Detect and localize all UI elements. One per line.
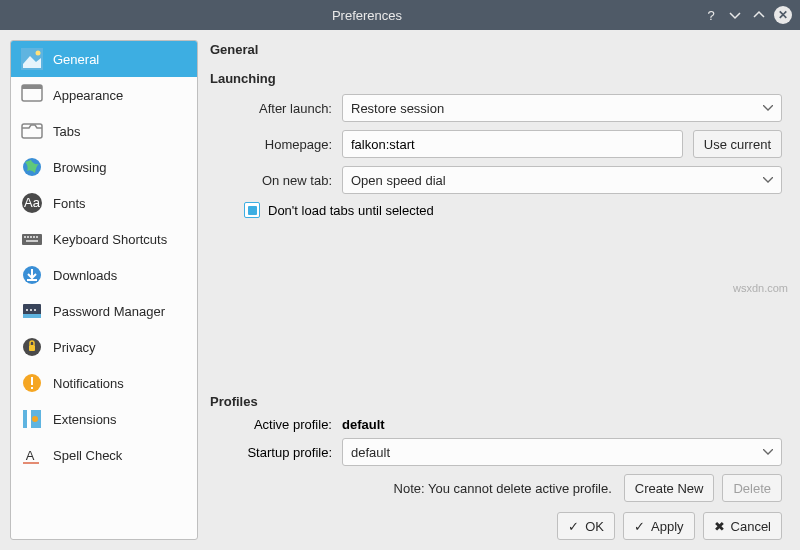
svg-rect-14 (36, 236, 38, 238)
svg-point-30 (32, 416, 38, 422)
sidebar-item-downloads[interactable]: Downloads (11, 257, 197, 293)
ok-button[interactable]: ✓ OK (557, 512, 615, 540)
sidebar-item-label: Privacy (53, 340, 96, 355)
svg-rect-11 (27, 236, 29, 238)
downloads-icon (21, 264, 43, 286)
svg-rect-4 (22, 85, 42, 89)
homepage-label: Homepage: (222, 137, 332, 152)
titlebar: Preferences ? ✕ (0, 0, 800, 30)
sidebar-item-label: Downloads (53, 268, 117, 283)
sidebar-item-label: Fonts (53, 196, 86, 211)
svg-text:A: A (26, 448, 35, 463)
sidebar-item-general[interactable]: General (11, 41, 197, 77)
appearance-icon (21, 84, 43, 106)
create-new-button[interactable]: Create New (624, 474, 715, 502)
sidebar-item-label: Spell Check (53, 448, 122, 463)
cancel-icon: ✖ (714, 519, 725, 534)
svg-point-20 (26, 309, 28, 311)
active-profile-value: default (342, 417, 385, 432)
svg-rect-27 (31, 387, 33, 389)
close-icon[interactable]: ✕ (774, 6, 792, 24)
profiles-title: Profiles (210, 394, 782, 409)
new-tab-select[interactable]: Open speed dial (342, 166, 782, 194)
svg-rect-29 (27, 410, 31, 428)
dialog-buttons: ✓ OK ✓ Apply ✖ Cancel (210, 502, 782, 540)
help-icon[interactable]: ? (702, 6, 720, 24)
svg-text:Aa: Aa (24, 195, 41, 210)
lazy-tabs-checkbox[interactable] (244, 202, 260, 218)
startup-profile-select[interactable]: default (342, 438, 782, 466)
cancel-button[interactable]: ✖ Cancel (703, 512, 782, 540)
chevron-down-icon (763, 177, 773, 183)
sidebar-item-label: Appearance (53, 88, 123, 103)
minimize-icon[interactable] (726, 6, 744, 24)
homepage-field[interactable] (342, 130, 683, 158)
svg-rect-24 (29, 345, 35, 351)
after-launch-select[interactable]: Restore session (342, 94, 782, 122)
launching-group: Launching After launch: Restore session … (210, 71, 782, 218)
window-title: Preferences (32, 8, 702, 23)
check-icon: ✓ (568, 519, 579, 534)
extensions-icon (21, 408, 43, 430)
active-profile-label: Active profile: (222, 417, 332, 432)
sidebar-item-label: General (53, 52, 99, 67)
svg-rect-12 (30, 236, 32, 238)
delete-button: Delete (722, 474, 782, 502)
tabs-icon (21, 120, 43, 142)
sidebar-item-label: Keyboard Shortcuts (53, 232, 167, 247)
password-icon (21, 300, 43, 322)
sidebar-item-fonts[interactable]: Aa Fonts (11, 185, 197, 221)
sidebar-item-label: Tabs (53, 124, 80, 139)
sidebar-item-tabs[interactable]: Tabs (11, 113, 197, 149)
lazy-tabs-label: Don't load tabs until selected (268, 203, 434, 218)
sidebar-item-label: Browsing (53, 160, 106, 175)
maximize-icon[interactable] (750, 6, 768, 24)
profile-note: Note: You cannot delete active profile. (394, 481, 612, 496)
sidebar-item-extensions[interactable]: Extensions (11, 401, 197, 437)
sidebar-item-privacy[interactable]: Privacy (11, 329, 197, 365)
profiles-group: Profiles Active profile: default Startup… (210, 394, 782, 502)
launching-title: Launching (210, 71, 782, 86)
sidebar-item-notifications[interactable]: Notifications (11, 365, 197, 401)
svg-point-2 (36, 51, 41, 56)
sidebar-item-browsing[interactable]: Browsing (11, 149, 197, 185)
sidebar-item-spellcheck[interactable]: A Spell Check (11, 437, 197, 473)
globe-icon (21, 156, 43, 178)
general-icon (21, 48, 43, 70)
svg-rect-10 (24, 236, 26, 238)
page-heading: General (210, 42, 782, 57)
sidebar-item-keyboard[interactable]: Keyboard Shortcuts (11, 221, 197, 257)
svg-point-21 (30, 309, 32, 311)
use-current-button[interactable]: Use current (693, 130, 782, 158)
watermark: wsxdn.com (733, 282, 788, 294)
svg-rect-5 (22, 124, 42, 138)
sidebar-item-label: Notifications (53, 376, 124, 391)
svg-rect-9 (22, 234, 42, 245)
sidebar: General Appearance Tabs Browsing Aa Font… (10, 40, 198, 540)
chevron-down-icon (763, 449, 773, 455)
spellcheck-icon: A (21, 444, 43, 466)
svg-rect-15 (26, 240, 38, 242)
fonts-icon: Aa (21, 192, 43, 214)
check-icon: ✓ (634, 519, 645, 534)
startup-profile-label: Startup profile: (222, 445, 332, 460)
new-tab-label: On new tab: (222, 173, 332, 188)
apply-button[interactable]: ✓ Apply (623, 512, 695, 540)
svg-point-22 (34, 309, 36, 311)
privacy-icon (21, 336, 43, 358)
svg-rect-26 (31, 377, 33, 385)
svg-rect-19 (23, 314, 41, 318)
sidebar-item-appearance[interactable]: Appearance (11, 77, 197, 113)
content-pane: General Launching After launch: Restore … (206, 30, 800, 550)
notifications-icon (21, 372, 43, 394)
after-launch-label: After launch: (222, 101, 332, 116)
sidebar-item-password[interactable]: Password Manager (11, 293, 197, 329)
keyboard-icon (21, 228, 43, 250)
svg-rect-13 (33, 236, 35, 238)
chevron-down-icon (763, 105, 773, 111)
sidebar-item-label: Extensions (53, 412, 117, 427)
sidebar-item-label: Password Manager (53, 304, 165, 319)
